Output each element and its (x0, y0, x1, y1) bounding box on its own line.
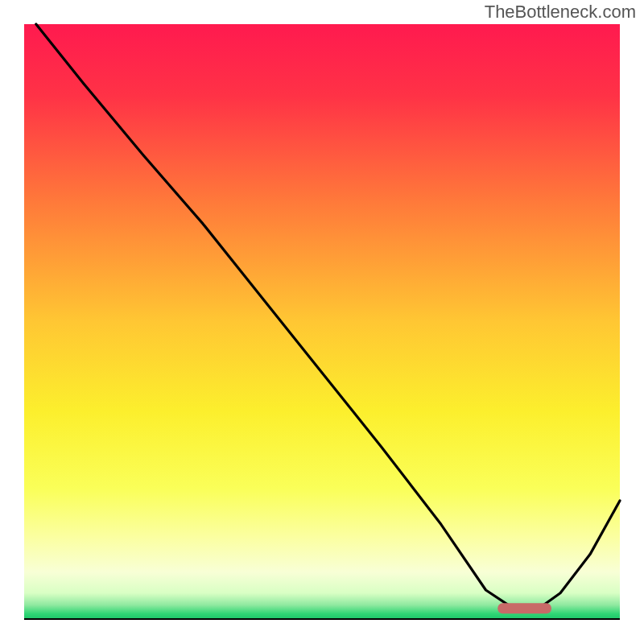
baseline (24, 618, 620, 620)
target-marker (497, 603, 551, 613)
bottleneck-chart (0, 0, 644, 644)
chart-container: { "watermark": "TheBottleneck.com", "cha… (0, 0, 644, 644)
watermark-text: TheBottleneck.com (485, 2, 636, 23)
chart-background (24, 24, 620, 620)
